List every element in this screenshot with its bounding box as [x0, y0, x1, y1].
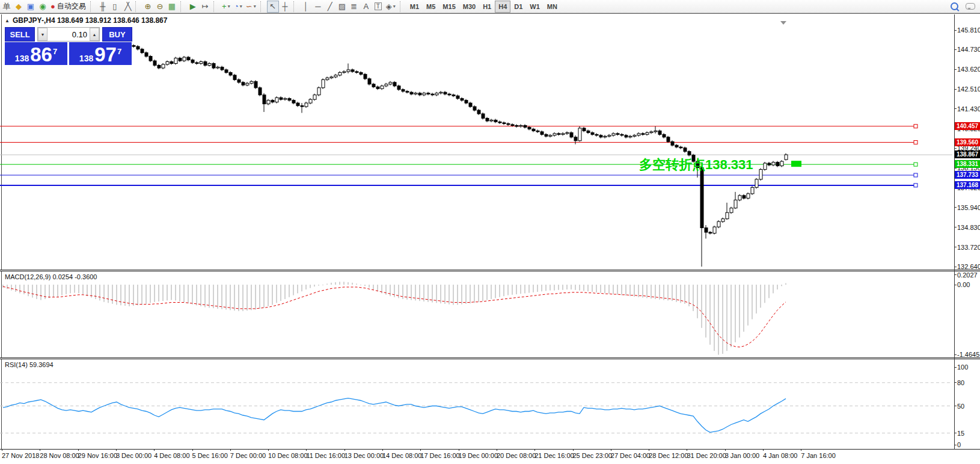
label-button[interactable]: T — [372, 1, 384, 13]
price-chart[interactable]: 多空转折点138.331 — [0, 14, 954, 271]
autotrading-icon: ● — [51, 2, 55, 11]
rsi-line — [3, 398, 786, 433]
main-toolbar: 单◆▣◉●自动交易╫▯╱╲⊕⊖▦▶↦+▾◔▾∽▾↖┼│─╱▨≣AT◈▾M1M5M… — [0, 0, 980, 13]
axis-tick-label: 50 — [957, 403, 964, 410]
timeframe-w1-button[interactable]: W1 — [526, 1, 544, 13]
axis-tick-label: 133.720 — [957, 244, 980, 251]
cursor-button[interactable]: ↖ — [267, 1, 279, 13]
zoom-out-icon: ⊖ — [156, 2, 163, 11]
chevron-down-icon[interactable]: ▾ — [393, 4, 396, 9]
chat-icon[interactable] — [966, 3, 975, 10]
time-tick — [78, 449, 79, 451]
chevron-down-icon[interactable]: ▾ — [254, 4, 256, 9]
hline-button[interactable]: ─ — [312, 1, 324, 13]
axis-tick — [954, 69, 957, 70]
axis-tick-label: -1.4645 — [957, 351, 979, 358]
axis-tick — [954, 108, 957, 109]
timeframe-mn-button[interactable]: MN — [544, 1, 561, 13]
axis-tick-label: 100 — [957, 363, 968, 371]
chart-shift-marker — [780, 21, 786, 25]
axis-tick-label: 143.620 — [957, 66, 980, 73]
vline-button[interactable]: │ — [300, 1, 312, 13]
new-chart-button[interactable]: +▾ — [220, 1, 232, 13]
candles-series — [132, 45, 788, 267]
time-tick-label: 20 Dec 08:00 — [497, 452, 536, 459]
chart-window[interactable]: ▲ GBPJPY-,H4 138.649 138.912 138.646 138… — [0, 13, 980, 464]
time-tick — [573, 449, 574, 451]
timeframe-m15-button[interactable]: M15 — [439, 1, 459, 13]
text-button[interactable]: A — [360, 1, 372, 13]
time-tick — [763, 449, 764, 451]
candles-view-button[interactable]: ▯ — [109, 1, 121, 13]
time-axis-separator — [0, 449, 980, 450]
axis-tick-label: 142.510 — [957, 85, 980, 93]
mt4-window: 单◆▣◉●自动交易╫▯╱╲⊕⊖▦▶↦+▾◔▾∽▾↖┼│─╱▨≣AT◈▾M1M5M… — [0, 0, 980, 464]
time-tick-label: 10 Dec 08:00 — [268, 452, 307, 459]
time-tick — [192, 449, 193, 451]
axis-tick-label: 0.00 — [957, 281, 970, 288]
chevron-down-icon[interactable]: ▾ — [240, 4, 242, 9]
shapes-icon: ◈ — [386, 2, 392, 11]
macd-chart[interactable] — [0, 271, 954, 357]
price-tag: 138.331 — [955, 160, 980, 168]
zoom-out-button[interactable]: ⊖ — [154, 1, 166, 13]
time-tick-label: 13 Dec 00:00 — [345, 452, 384, 459]
axis-tick-label: 15 — [957, 430, 964, 437]
axis-tick — [954, 207, 957, 208]
bars-view-button[interactable]: ╫ — [97, 1, 109, 13]
new-order-icon: 单 — [3, 1, 11, 12]
templates-icon: ∽ — [246, 2, 253, 11]
price-tag: 139.560 — [955, 138, 980, 146]
axis-tick — [954, 148, 957, 149]
timeframe-d1-button[interactable]: D1 — [510, 1, 526, 13]
periods-button[interactable]: ◔▾ — [232, 1, 244, 13]
zoom-in-button[interactable]: ⊕ — [142, 1, 154, 13]
fibo-icon: ≣ — [351, 2, 357, 11]
text-icon: A — [363, 2, 369, 11]
price-tag: 137.733 — [955, 171, 980, 179]
trendline-button[interactable]: ╱ — [324, 1, 336, 13]
time-tick-label: 5 Dec 16:00 — [192, 452, 228, 459]
channel-button[interactable]: ▨ — [336, 1, 348, 13]
autoscroll-icon: ▶ — [190, 2, 196, 11]
time-tick — [611, 449, 611, 451]
axis-tick-label: 80 — [957, 379, 964, 386]
rsi-chart[interactable] — [0, 359, 954, 449]
timeframe-m1-button[interactable]: M1 — [406, 1, 423, 13]
terminal-icon[interactable]: ▣ — [25, 1, 37, 13]
bars-view-icon: ╫ — [100, 2, 105, 11]
autoscroll-button[interactable]: ▶ — [187, 1, 199, 13]
timeframe-h1-button[interactable]: H1 — [479, 1, 495, 13]
axis-tick — [954, 49, 957, 50]
time-tick-label: 17 Dec 16:00 — [420, 452, 459, 459]
templates-button[interactable]: ∽▾ — [244, 1, 258, 13]
time-tick — [268, 449, 269, 451]
timeframe-m5-button[interactable]: M5 — [423, 1, 439, 13]
shapes-button[interactable]: ◈▾ — [384, 1, 397, 13]
search-icon[interactable] — [951, 2, 958, 10]
time-tick — [420, 449, 421, 451]
autotrading-button[interactable]: ●自动交易 — [49, 1, 88, 13]
tile-windows-button[interactable]: ▦ — [166, 1, 178, 13]
new-order-button[interactable]: 单 — [1, 1, 13, 13]
timeframe-m30-button[interactable]: M30 — [459, 1, 479, 13]
green-marker-box — [791, 161, 801, 167]
crosshair-icon: ┼ — [282, 2, 287, 11]
terminal-icon-icon: ▣ — [27, 2, 34, 11]
fibo-button[interactable]: ≣ — [348, 1, 360, 13]
price-axis-line — [954, 14, 955, 450]
chart-shift-button[interactable]: ↦ — [199, 1, 211, 13]
chevron-down-icon[interactable]: ▾ — [228, 4, 230, 9]
signals-icon[interactable]: ◉ — [37, 1, 49, 13]
timeframe-h4-button[interactable]: H4 — [495, 1, 510, 13]
crosshair-button[interactable]: ┼ — [279, 1, 291, 13]
tile-windows-icon: ▦ — [168, 2, 176, 11]
line-view-button[interactable]: ╱╲ — [121, 1, 133, 13]
axis-tick — [954, 274, 957, 275]
time-tick — [497, 449, 497, 451]
marketwatch-icon-icon: ◆ — [16, 2, 22, 11]
price-tag: 140.457 — [955, 122, 980, 130]
marketwatch-icon[interactable]: ◆ — [13, 1, 25, 13]
toolbar-separator — [90, 1, 95, 12]
toolbar-separator — [213, 1, 218, 12]
